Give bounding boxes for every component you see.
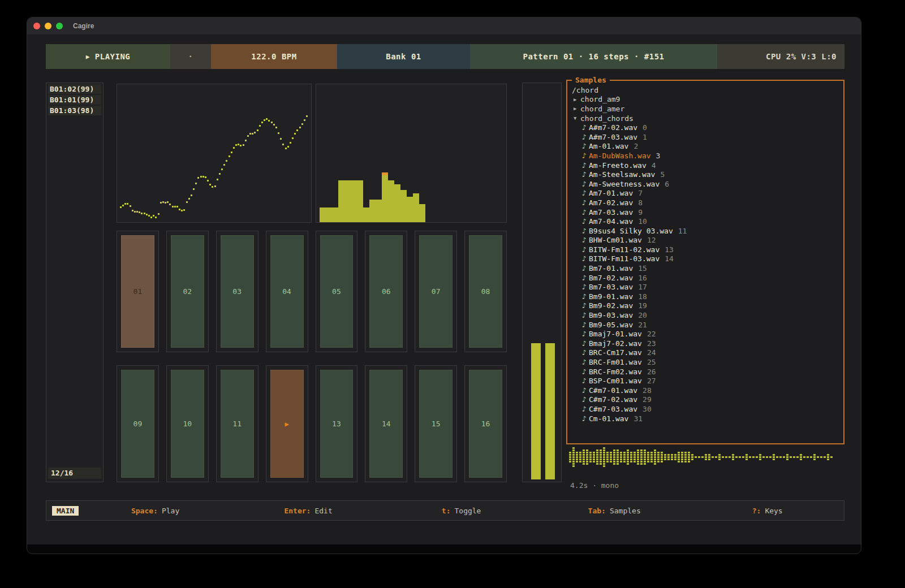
hint-edit: Enter:Edit xyxy=(232,507,385,515)
music-note-icon: ♪ xyxy=(580,227,589,235)
tree-file-item[interactable]: ♪A#m7-02.wav0 xyxy=(572,123,841,132)
tree-file-item[interactable]: ♪Cm-01.wav31 xyxy=(572,414,841,423)
pad-02[interactable]: 02 xyxy=(166,231,209,352)
waveform-column xyxy=(600,449,602,465)
file-index: 23 xyxy=(647,339,656,348)
pad-10[interactable]: 10 xyxy=(166,365,209,482)
file-name: Bmaj7-02.wav xyxy=(589,339,642,348)
tree-file-item[interactable]: ♪Am-01.wav2 xyxy=(572,142,841,152)
tree-file-item[interactable]: ♪BRC-Fm01.wav25 xyxy=(572,357,841,367)
pad-15[interactable]: 15 xyxy=(415,365,457,482)
tree-file-item[interactable]: ♪Bm7-01.wav15 xyxy=(572,263,841,273)
tree-file-item[interactable]: ♪Bmaj7-01.wav22 xyxy=(572,329,841,339)
waveform-column xyxy=(796,456,799,458)
file-index: 8 xyxy=(638,198,643,207)
tree-file-item[interactable]: ♪Bm9-01.wav18 xyxy=(572,292,841,301)
histogram-bar xyxy=(332,207,338,222)
play-icon: ▶ xyxy=(86,53,90,60)
tree-file-item[interactable]: ♪Bm7-02.wav16 xyxy=(572,273,841,283)
waveform-column xyxy=(617,449,619,465)
file-name: Am-Sweetness.wav xyxy=(589,180,660,188)
pad-01[interactable]: 01 xyxy=(117,231,159,352)
pad-16[interactable]: 16 xyxy=(464,365,507,482)
waveform-column xyxy=(647,452,649,462)
minimize-button[interactable] xyxy=(45,23,51,29)
music-note-icon: ♪ xyxy=(580,311,589,319)
tree-root-path: /chord xyxy=(572,85,841,95)
waveform-column xyxy=(800,454,802,460)
file-name: C#m7-03.wav xyxy=(589,405,637,413)
close-button[interactable] xyxy=(33,23,40,29)
waveform-column xyxy=(813,454,816,460)
tree-file-item[interactable]: ♪B9sus4 Silky 03.wav11 xyxy=(572,226,841,236)
tree-folder-chord_amer[interactable]: ▶chord_amer xyxy=(572,104,841,114)
pad-face-15: 15 xyxy=(419,370,453,478)
pad-12[interactable]: ▶ xyxy=(266,365,308,482)
music-note-icon: ♪ xyxy=(580,386,589,395)
file-name: A#m7-03.wav xyxy=(589,133,637,141)
histogram-panel xyxy=(316,84,507,223)
pad-09[interactable]: 09 xyxy=(117,365,159,482)
tree-file-item[interactable]: ♪C#m7-01.wav28 xyxy=(572,386,841,395)
tree-file-item[interactable]: ♪BITW-Fm11-02.wav13 xyxy=(572,245,841,254)
pad-05[interactable]: 05 xyxy=(316,231,358,352)
scatter-point xyxy=(205,176,206,178)
activity-scatter-panel xyxy=(117,84,312,223)
scatter-point xyxy=(155,217,157,218)
pad-06[interactable]: 06 xyxy=(365,231,407,352)
histogram-bar xyxy=(419,204,425,222)
waveform-column xyxy=(722,456,724,458)
tree-file-item[interactable]: ♪C#m7-03.wav30 xyxy=(572,404,841,414)
tree-file-item[interactable]: ♪BRC-Fm02.wav26 xyxy=(572,367,841,377)
tree-file-item[interactable]: ♪BHW-Cm01.wav12 xyxy=(572,236,841,245)
tree-file-item[interactable]: ♪Bm9-02.wav19 xyxy=(572,301,841,311)
zoom-button[interactable] xyxy=(56,23,63,29)
tree-file-item[interactable]: ♪BSP-Cm01.wav27 xyxy=(572,376,841,386)
tree-file-item[interactable]: ♪Am7-01.wav7 xyxy=(572,189,841,198)
scatter-point xyxy=(223,164,225,166)
waveform-column xyxy=(589,452,592,462)
scatter-point xyxy=(146,214,148,215)
tree-file-item[interactable]: ♪C#m7-02.wav29 xyxy=(572,395,841,405)
tree-file-item[interactable]: ♪Am-Freeto.wav4 xyxy=(572,161,841,170)
pad-face-04: 04 xyxy=(270,235,304,348)
waveform-column xyxy=(739,456,741,458)
tree-file-item[interactable]: ♪Bm9-05.wav21 xyxy=(572,320,841,330)
pad-07[interactable]: 07 xyxy=(415,231,457,352)
pad-13[interactable]: 13 xyxy=(316,365,358,482)
tree-file-item[interactable]: ♪Am-Sweetness.wav6 xyxy=(572,179,841,189)
waveform-column xyxy=(712,456,714,458)
tree-file-item[interactable]: ♪Am-DubWash.wav3 xyxy=(572,151,841,161)
sample-tree: /chord▶chord_am9▶chord_amer▼chord_chords… xyxy=(572,85,841,441)
tree-file-item[interactable]: ♪Am7-02.wav8 xyxy=(572,198,841,207)
tree-file-item[interactable]: ♪Am7-03.wav9 xyxy=(572,207,841,217)
music-note-icon: ♪ xyxy=(580,254,589,263)
pad-11[interactable]: 11 xyxy=(216,365,258,482)
tree-file-item[interactable]: ♪A#m7-03.wav1 xyxy=(572,132,841,142)
tree-file-item[interactable]: ♪Bmaj7-02.wav23 xyxy=(572,339,841,348)
tree-file-item[interactable]: ♪Bm7-03.wav17 xyxy=(572,282,841,292)
pad-03[interactable]: 03 xyxy=(216,231,258,352)
pad-04[interactable]: 04 xyxy=(266,231,308,352)
pads-row-2: 091011▶13141516 xyxy=(117,365,507,482)
music-note-icon: ♪ xyxy=(580,123,589,132)
tree-folder-chord_chords[interactable]: ▼chord_chords xyxy=(572,114,841,123)
step-position: 12/16 xyxy=(48,468,101,479)
tree-file-item[interactable]: ♪Am-Steelsaw.wav5 xyxy=(572,170,841,179)
pad-14[interactable]: 14 xyxy=(365,365,407,482)
waveform-display xyxy=(569,434,844,479)
pad-08[interactable]: 08 xyxy=(464,231,507,352)
tree-file-item[interactable]: ♪Am7-04.wav10 xyxy=(572,217,841,226)
pad-face-10: 10 xyxy=(171,370,204,478)
waveform-column xyxy=(732,454,734,460)
file-name: BRC-Fm01.wav xyxy=(589,358,642,366)
pad-face-13: 13 xyxy=(320,370,354,478)
tree-file-item[interactable]: ♪BITW-Fm11-03.wav14 xyxy=(572,254,841,264)
pad-face-09: 09 xyxy=(121,370,154,478)
file-name: Bm9-01.wav xyxy=(589,292,633,301)
file-name: Am7-04.wav xyxy=(589,217,633,226)
tree-folder-chord_am9[interactable]: ▶chord_am9 xyxy=(572,95,841,105)
tree-file-item[interactable]: ♪BRC-Cm17.wav24 xyxy=(572,348,841,358)
tree-file-item[interactable]: ♪Bm9-03.wav20 xyxy=(572,310,841,320)
status-bar: ▶ PLAYING · 122.0 BPM Bank 01 Pattern 01… xyxy=(46,44,844,69)
